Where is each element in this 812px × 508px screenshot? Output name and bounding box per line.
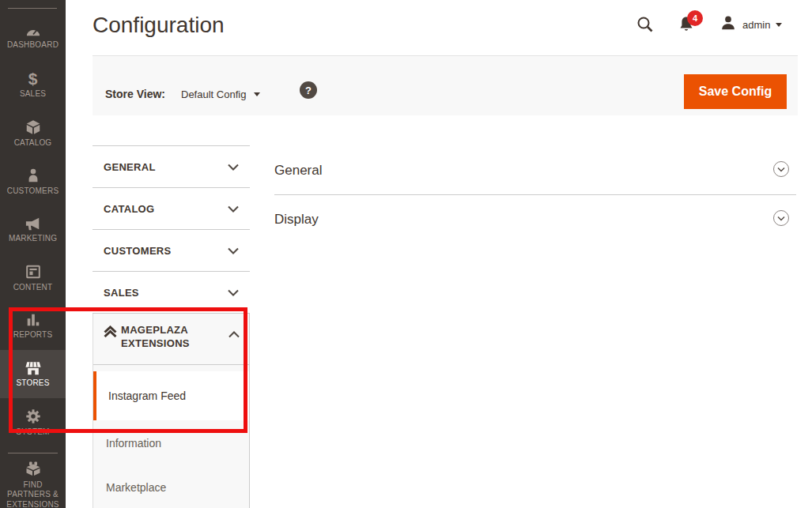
sidebar-item-customers[interactable]: CUSTOMERS	[0, 157, 66, 205]
sidebar-item-catalog[interactable]: CATALOG	[0, 109, 66, 157]
notification-count-badge[interactable]: 4	[687, 10, 703, 26]
store-view-switcher[interactable]: Default Config	[181, 88, 260, 100]
stores-icon	[25, 360, 42, 376]
page-actions-toolbar: Store View: Default Config ? Save Config	[93, 55, 798, 115]
admin-sidebar: DASHBOARD $ SALES CATALOG CUSTOMERS MARK…	[0, 0, 66, 508]
username-label: admin	[742, 19, 770, 31]
chevron-down-icon	[776, 23, 782, 27]
sidebar-item-label: SALES	[18, 89, 47, 100]
config-section-label: MAGEPLAZA EXTENSIONS	[121, 324, 214, 351]
sidebar-item-label: CONTENT	[12, 283, 55, 293]
marketing-icon	[25, 216, 42, 231]
customers-icon	[25, 167, 41, 184]
config-section-label: CUSTOMERS	[104, 245, 172, 257]
content-icon	[25, 263, 42, 280]
find-partners-icon	[24, 459, 43, 478]
sales-icon: $	[28, 70, 38, 87]
chevron-down-icon	[228, 160, 239, 174]
search-icon[interactable]	[636, 15, 655, 34]
help-icon[interactable]: ?	[300, 81, 317, 99]
save-config-button[interactable]: Save Config	[684, 74, 787, 109]
chevron-down-icon	[228, 201, 239, 216]
reports-icon	[25, 312, 42, 328]
config-nav-section-general[interactable]: GENERAL	[93, 146, 250, 188]
section-title: General	[274, 163, 322, 179]
config-nav: GENERAL CATALOG CUSTOMERS SALES MAGEPLAZ…	[93, 145, 250, 508]
sidebar-item-stores[interactable]: STORES	[0, 350, 66, 398]
sidebar-item-label: MARKETING	[7, 234, 59, 244]
user-avatar-icon	[719, 14, 737, 35]
system-icon	[25, 408, 42, 425]
config-section-label: SALES	[104, 287, 139, 299]
config-nav-item-information[interactable]: Information	[106, 437, 249, 450]
sidebar-item-label: CUSTOMERS	[6, 186, 61, 197]
chevron-down-icon	[228, 285, 239, 299]
chevron-up-icon	[228, 327, 240, 341]
sidebar-item-marketing[interactable]: MARKETING	[0, 205, 66, 254]
section-header-general[interactable]: General	[274, 147, 796, 195]
sidebar-divider	[8, 8, 57, 9]
page-title: Configuration	[93, 13, 225, 38]
sidebar-item-reports[interactable]: REPORTS	[0, 302, 66, 350]
config-nav-section-mageplaza-expanded: MAGEPLAZA EXTENSIONS Instagram Feed Info…	[93, 314, 250, 508]
config-section-label: CATALOG	[104, 203, 154, 215]
config-section-label: GENERAL	[104, 161, 156, 173]
section-header-display[interactable]: Display	[274, 195, 796, 243]
config-nav-section-mageplaza[interactable]: MAGEPLAZA EXTENSIONS	[93, 314, 249, 365]
sidebar-item-label: REPORTS	[12, 330, 55, 341]
chevron-down-icon	[228, 243, 239, 258]
sidebar-item-sales[interactable]: $ SALES	[0, 61, 66, 109]
dashboard-icon	[25, 24, 42, 38]
config-nav-section-sales[interactable]: SALES	[93, 272, 250, 314]
account-menu[interactable]: admin	[719, 14, 782, 35]
sidebar-item-dashboard[interactable]: DASHBOARD	[0, 13, 66, 61]
sidebar-item-label: CATALOG	[13, 138, 54, 149]
config-nav-section-customers[interactable]: CUSTOMERS	[93, 230, 250, 272]
mageplaza-logo-icon	[104, 325, 117, 341]
sidebar-divider	[8, 453, 58, 453]
catalog-icon	[25, 119, 42, 136]
chevron-down-icon	[254, 92, 260, 96]
collapse-chevron-icon[interactable]	[772, 160, 790, 181]
sidebar-item-find-partners[interactable]: FIND PARTNERS & EXTENSIONS	[0, 457, 66, 508]
config-nav-item-instagram-feed[interactable]: Instagram Feed	[93, 371, 249, 420]
sidebar-item-label: SYSTEM	[14, 427, 51, 438]
store-view-value: Default Config	[181, 88, 246, 100]
collapse-chevron-icon[interactable]	[772, 209, 790, 230]
sidebar-item-label: FIND PARTNERS & EXTENSIONS	[0, 480, 66, 508]
store-view-label: Store View:	[105, 88, 165, 100]
sidebar-item-label: DASHBOARD	[6, 40, 60, 51]
sidebar-item-system[interactable]: SYSTEM	[0, 398, 66, 446]
sidebar-item-content[interactable]: CONTENT	[0, 254, 66, 302]
sidebar-item-label: STORES	[14, 378, 51, 389]
config-nav-section-catalog[interactable]: CATALOG	[93, 188, 250, 230]
config-content: General Display	[274, 147, 796, 243]
section-title: Display	[274, 212, 319, 228]
config-nav-item-marketplace[interactable]: Marketplace	[106, 481, 249, 494]
